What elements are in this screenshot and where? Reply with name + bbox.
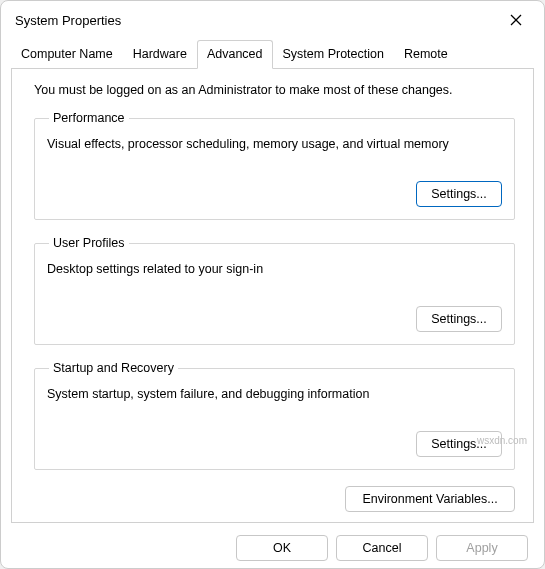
tab-remote[interactable]: Remote xyxy=(394,40,458,69)
ok-button[interactable]: OK xyxy=(236,535,328,561)
tab-system-protection[interactable]: System Protection xyxy=(273,40,394,69)
startup-recovery-desc: System startup, system failure, and debu… xyxy=(47,387,502,401)
env-vars-row: Environment Variables... xyxy=(34,486,515,512)
window-title: System Properties xyxy=(15,13,121,28)
performance-desc: Visual effects, processor scheduling, me… xyxy=(47,137,502,151)
startup-recovery-legend: Startup and Recovery xyxy=(49,361,178,375)
admin-notice: You must be logged on as an Administrato… xyxy=(34,83,515,97)
user-profiles-settings-button[interactable]: Settings... xyxy=(416,306,502,332)
user-profiles-button-row: Settings... xyxy=(47,306,502,332)
user-profiles-group: User Profiles Desktop settings related t… xyxy=(34,236,515,345)
startup-recovery-button-row: Settings... xyxy=(47,431,502,457)
apply-button[interactable]: Apply xyxy=(436,535,528,561)
environment-variables-button[interactable]: Environment Variables... xyxy=(345,486,515,512)
titlebar: System Properties xyxy=(1,1,544,35)
advanced-panel: You must be logged on as an Administrato… xyxy=(11,69,534,523)
user-profiles-desc: Desktop settings related to your sign-in xyxy=(47,262,502,276)
tab-computer-name[interactable]: Computer Name xyxy=(11,40,123,69)
performance-group: Performance Visual effects, processor sc… xyxy=(34,111,515,220)
close-button[interactable] xyxy=(502,8,530,32)
close-icon xyxy=(510,13,522,28)
dialog-footer: OK Cancel Apply xyxy=(1,523,544,569)
tab-advanced[interactable]: Advanced xyxy=(197,40,273,69)
performance-button-row: Settings... xyxy=(47,181,502,207)
user-profiles-legend: User Profiles xyxy=(49,236,129,250)
cancel-button[interactable]: Cancel xyxy=(336,535,428,561)
performance-settings-button[interactable]: Settings... xyxy=(416,181,502,207)
tabs-container: Computer Name Hardware Advanced System P… xyxy=(1,35,544,69)
performance-legend: Performance xyxy=(49,111,129,125)
startup-recovery-group: Startup and Recovery System startup, sys… xyxy=(34,361,515,470)
tab-hardware[interactable]: Hardware xyxy=(123,40,197,69)
system-properties-window: System Properties Computer Name Hardware… xyxy=(0,0,545,569)
watermark-text: wsxdn.com xyxy=(477,435,527,446)
tab-strip: Computer Name Hardware Advanced System P… xyxy=(11,39,534,69)
